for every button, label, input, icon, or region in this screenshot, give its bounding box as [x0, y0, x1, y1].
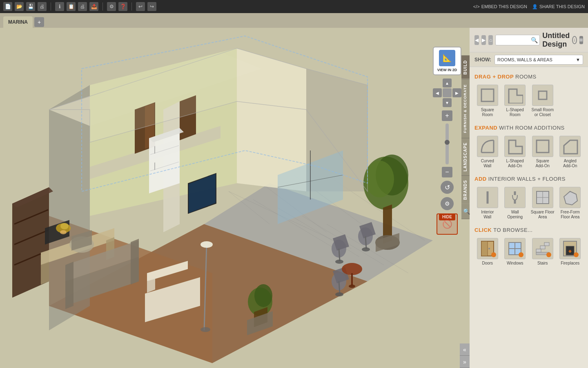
curved-wall-icon [477, 136, 498, 157]
svg-marker-47 [65, 262, 74, 309]
zoom-track [445, 123, 449, 164]
nav-right-btn[interactable]: ▶ [452, 88, 461, 97]
interior-grid: InteriorWall WallOpening Square FloorAre… [474, 185, 583, 221]
stairs-item[interactable]: Stairs [530, 236, 556, 267]
toolbar-sep-1 [51, 2, 51, 11]
l-shaped-room-item[interactable]: L-ShapedRoom [502, 83, 528, 119]
collapse-down-btn[interactable]: » [460, 356, 470, 368]
svg-point-79 [335, 292, 343, 296]
toolbar-help[interactable]: ❓ [118, 2, 127, 11]
interior-wall-label: InteriorWall [481, 210, 494, 220]
panel-back-btn[interactable]: ◀ [474, 35, 479, 45]
zoom-handle[interactable] [445, 140, 450, 145]
toolbar-right: </> EMBED THIS DESIGN 👤 SHARE THIS DESIG… [473, 4, 585, 9]
windows-item[interactable]: Windows [502, 236, 528, 267]
square-floor-item[interactable]: Square FloorArea [530, 185, 556, 221]
toolbar-save[interactable]: 💾 [26, 2, 35, 11]
search-input[interactable] [497, 37, 530, 43]
nav-left-btn[interactable]: ◀ [433, 88, 442, 97]
panel-info-btn[interactable]: i [572, 36, 577, 44]
interior-heading: ADD INTERIOR WALLS + FLOORS [474, 176, 583, 182]
canvas-area[interactable]: 📐 VIEW IN 2D ▲ ◀ ▶ ▼ + − ↺ [0, 28, 470, 368]
panel-forward-btn[interactable]: ▶ [481, 35, 486, 45]
toolbar-clipboard[interactable]: 📋 [67, 2, 76, 11]
windows-icon [504, 238, 526, 259]
square-floor-icon [532, 187, 553, 208]
interior-rest: INTERIOR WALLS + FLOORS [488, 176, 566, 182]
show-dropdown[interactable]: ROOMS, WALLS & AREAS ▼ [494, 55, 583, 65]
fireplaces-item[interactable]: Fireplaces [557, 236, 584, 267]
expand-heading: EXPAND WITH ROOM ADDITIONS [474, 125, 583, 131]
toolbar-sep-2 [102, 2, 103, 11]
browse-grid: Doors Windows Stairs [474, 236, 583, 267]
side-tab-search[interactable]: 🔍 [461, 204, 470, 219]
square-addon-item[interactable]: SquareAdd-On [530, 134, 556, 170]
svg-point-65 [254, 284, 272, 307]
side-tab-furnish[interactable]: FURNISH & DECORATE [461, 79, 470, 138]
collapse-up-btn[interactable]: « [460, 343, 470, 356]
angled-addon-item[interactable]: AngledAdd-On [557, 134, 584, 170]
toolbar-print[interactable]: 🖨 [38, 2, 47, 11]
settings-btn[interactable]: ⚙ [441, 197, 454, 210]
svg-rect-107 [544, 242, 549, 246]
toolbar-settings[interactable]: ⚙ [107, 2, 116, 11]
square-room-item[interactable]: SquareRoom [474, 83, 501, 119]
zoom-in-btn[interactable]: + [442, 110, 452, 121]
svg-marker-87 [509, 89, 523, 103]
l-shaped-addon-icon [504, 136, 526, 157]
side-tabs: BUILD FURNISH & DECORATE LANDSCAPE BRAND… [461, 56, 470, 219]
toolbar: 📄 📂 💾 🖨 ℹ 📋 🖨 📤 ⚙ ❓ ↩ ↪ </> EMBED THIS D… [0, 0, 588, 13]
toolbar-redo[interactable]: ↪ [147, 2, 156, 11]
interior-wall-item[interactable]: InteriorWall [474, 185, 501, 221]
svg-marker-93 [564, 140, 577, 154]
tab-marina[interactable]: MARINA [3, 16, 33, 28]
svg-point-53 [200, 241, 213, 248]
tab-add-btn[interactable]: + [34, 17, 44, 27]
windows-orange-dot [519, 252, 523, 257]
freeform-floor-item[interactable]: Free-FormFloor Area [557, 185, 584, 221]
nav-center-btn[interactable] [443, 88, 452, 97]
panel-home-btn[interactable]: ⌂ [488, 35, 493, 45]
nav-up-btn[interactable]: ▲ [443, 79, 452, 88]
search-icon[interactable]: 🔍 [531, 37, 538, 43]
doors-item[interactable]: Doors [474, 236, 501, 267]
stairs-label: Stairs [537, 261, 548, 266]
wall-opening-item[interactable]: WallOpening [502, 185, 528, 221]
fireplaces-label: Fireplaces [561, 261, 579, 266]
side-tab-build[interactable]: BUILD [461, 56, 470, 79]
doors-icon [477, 238, 498, 259]
view-2d-button[interactable]: 📐 VIEW IN 2D [433, 47, 461, 75]
toolbar-sep-3 [131, 2, 132, 11]
toolbar-open[interactable]: 📂 [15, 2, 24, 11]
side-tab-brands[interactable]: BRANDS [461, 175, 470, 204]
freeform-floor-label: Free-FormFloor Area [561, 210, 580, 220]
toolbar-print2[interactable]: 🖨 [78, 2, 87, 11]
side-tab-landscape[interactable]: LANDSCAPE [461, 138, 470, 175]
embed-btn[interactable]: </> EMBED THIS DESIGN [473, 4, 527, 9]
toolbar-info[interactable]: ℹ [55, 2, 64, 11]
toolbar-export[interactable]: 📤 [89, 2, 98, 11]
panel-content: DRAG + DROP ROOMS SquareRoom L-ShapedRoo… [470, 67, 588, 368]
l-shaped-room-icon [504, 85, 526, 106]
svg-rect-102 [481, 241, 488, 256]
toolbar-undo[interactable]: ↩ [136, 2, 145, 11]
svg-point-57 [60, 230, 67, 234]
small-room-label: Small Roomor Closet [532, 108, 554, 117]
curved-wall-item[interactable]: CurvedWall [474, 134, 501, 170]
small-room-icon [532, 85, 553, 106]
share-btn[interactable]: 👤 SHARE THIS DESIGN [532, 4, 585, 9]
svg-rect-88 [539, 91, 547, 99]
doors-orange-dot [491, 252, 496, 257]
rotate-btn[interactable]: ↺ [441, 181, 454, 194]
room-illustration [0, 28, 445, 368]
toolbar-new[interactable]: 📄 [3, 2, 12, 11]
blueprint-icon: 📐 [439, 50, 455, 66]
panel-expand-btn[interactable]: ⊞ [579, 36, 583, 44]
nav-down-btn[interactable]: ▼ [443, 98, 452, 107]
small-room-item[interactable]: Small Roomor Closet [530, 83, 556, 119]
square-room-label: SquareRoom [481, 108, 494, 117]
l-shaped-addon-item[interactable]: L-ShapedAdd-On [502, 134, 528, 170]
svg-marker-91 [509, 140, 522, 154]
zoom-out-btn[interactable]: − [442, 167, 452, 177]
svg-rect-108 [540, 246, 545, 249]
